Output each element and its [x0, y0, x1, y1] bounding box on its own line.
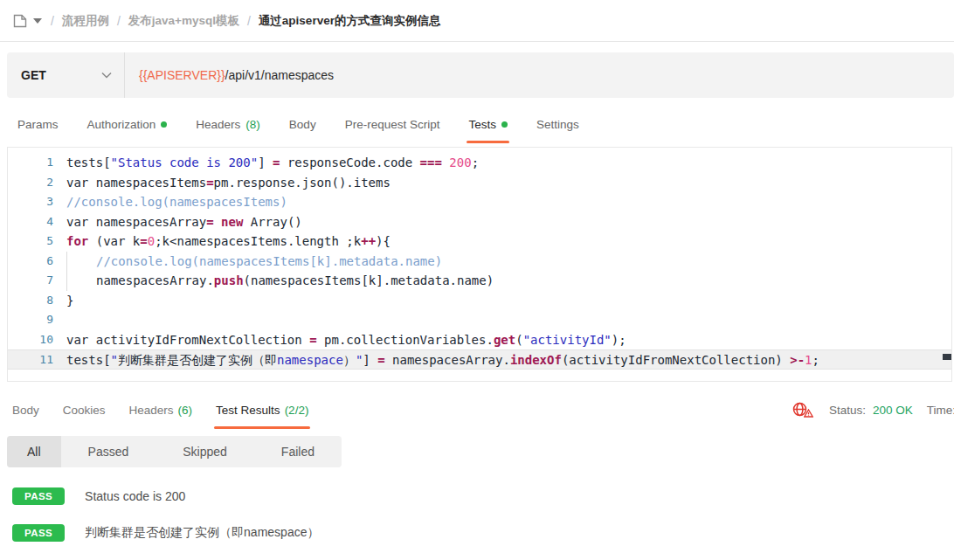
breadcrumb-separator: /	[51, 14, 54, 28]
code-line[interactable]: 6//console.log(namespacesItems[k].metada…	[8, 252, 951, 272]
code-line[interactable]: 10var activityIdFromNextCollection = pm.…	[8, 330, 951, 350]
code-text: }	[59, 291, 73, 311]
code-text: //console.log(namespacesItems[k].metadat…	[59, 252, 442, 272]
line-number: 3	[8, 192, 59, 212]
breadcrumb: /流程用例/发布java+mysql模板/通过apiserver的方式查询实例信…	[51, 13, 440, 29]
url-variable: {{APISERVER}}	[139, 68, 225, 82]
network-error-icon[interactable]	[792, 401, 813, 419]
code-line[interactable]: 2var namespacesItems=pm.response.json().…	[8, 173, 951, 193]
response-tab-test-results[interactable]: Test Results(2/2)	[216, 389, 308, 431]
tab-label: Params	[17, 118, 59, 131]
code-text: tests["判断集群是否创建了实例（即namespace）"] = names…	[59, 350, 819, 369]
code-text: var namespacesArray= new Array()	[59, 212, 302, 232]
code-line[interactable]: 1tests["Status code is 200"] = responseC…	[8, 153, 951, 173]
line-number: 10	[8, 330, 59, 350]
code-line[interactable]: 11tests["判断集群是否创建了实例（即namespace）"] = nam…	[8, 349, 951, 370]
status-label: Status:	[829, 404, 866, 417]
tab-label: Authorization	[87, 118, 156, 131]
breadcrumb-item-apiserver[interactable]: 通过apiserver的方式查询实例信息	[259, 13, 441, 29]
tab-label: Cookies	[63, 404, 106, 417]
code-line[interactable]: 9	[8, 310, 951, 330]
code-lines: 1tests["Status code is 200"] = responseC…	[8, 153, 951, 370]
breadcrumb-item-java-mysql[interactable]: 发布java+mysql模板	[128, 13, 239, 29]
line-number: 5	[8, 232, 59, 252]
url-path: /api/v1/namespaces	[225, 68, 335, 82]
filter-passed[interactable]: Passed	[61, 436, 156, 467]
test-result-row: PASSStatus code is 200	[0, 487, 954, 505]
code-text: tests["Status code is 200"] = responseCo…	[59, 153, 479, 173]
overview-ruler-marker	[943, 354, 951, 360]
test-result-text: 判断集群是否创建了实例（即namespace）	[85, 525, 319, 541]
breadcrumb-separator: /	[117, 14, 121, 28]
line-number: 7	[8, 271, 59, 291]
code-line[interactable]: 4var namespacesArray= new Array()	[8, 212, 951, 232]
time-label: Time:	[927, 404, 954, 417]
result-filter-tabs: AllPassedSkippedFailed	[7, 436, 342, 467]
breadcrumb-separator: /	[247, 14, 251, 28]
tab-count-badge: (2/2)	[285, 404, 309, 417]
request-bar: GET {{APISERVER}}/api/v1/namespaces	[7, 52, 954, 98]
line-number: 4	[8, 212, 59, 232]
green-dot-icon	[161, 121, 167, 128]
tab-label: Body	[12, 404, 39, 417]
url-input[interactable]: {{APISERVER}}/api/v1/namespaces	[125, 68, 334, 82]
tab-tests[interactable]: Tests	[468, 105, 508, 143]
line-number: 8	[8, 291, 59, 311]
tab-label: Headers	[129, 404, 174, 417]
code-line[interactable]: 3//console.log(namespacesItems)	[8, 192, 951, 212]
filter-failed[interactable]: Failed	[254, 436, 342, 467]
tab-label: Headers	[196, 118, 240, 131]
request-file-icon[interactable]	[12, 13, 28, 29]
tab-pre-request-script[interactable]: Pre-request Script	[345, 105, 440, 143]
test-result-text: Status code is 200	[85, 489, 185, 503]
line-number: 2	[8, 173, 59, 193]
tab-count-badge: (6)	[178, 404, 193, 417]
code-line[interactable]: 5for (var k=0;k<namespacesItems.length ;…	[8, 232, 951, 252]
response-tab-cookies[interactable]: Cookies	[63, 389, 106, 431]
pass-badge: PASS	[12, 524, 65, 542]
code-text: var namespacesItems=pm.response.json().i…	[59, 173, 391, 193]
code-text	[59, 310, 66, 330]
line-number: 1	[8, 153, 59, 173]
filter-all[interactable]: All	[7, 436, 61, 467]
response-tabs: BodyCookiesHeaders(6)Test Results(2/2)	[12, 389, 308, 431]
tab-label: Test Results	[216, 404, 280, 417]
tab-label: Tests	[468, 118, 496, 131]
chevron-down-icon	[101, 72, 112, 79]
request-menu-caret-icon[interactable]	[33, 18, 42, 24]
code-text: namespacesArray.push(namespacesItems[k].…	[59, 271, 494, 291]
tab-settings[interactable]: Settings	[536, 105, 579, 143]
response-tab-body[interactable]: Body	[12, 389, 39, 431]
code-line[interactable]: 7namespacesArray.push(namespacesItems[k]…	[8, 271, 951, 291]
code-text: //console.log(namespacesItems)	[59, 192, 287, 212]
code-text: for (var k=0;k<namespacesItems.length ;k…	[59, 232, 391, 252]
code-line[interactable]: 8}	[8, 291, 951, 311]
filter-skipped[interactable]: Skipped	[156, 436, 254, 467]
response-meta: Status: 200 OK Time:	[792, 401, 954, 419]
tab-headers[interactable]: Headers(8)	[196, 105, 260, 143]
request-tabs: ParamsAuthorizationHeaders(8)BodyPre-req…	[17, 105, 954, 143]
tab-authorization[interactable]: Authorization	[87, 105, 168, 143]
status-value: 200 OK	[873, 404, 913, 417]
line-number: 6	[8, 252, 59, 272]
breadcrumb-bar: /流程用例/发布java+mysql模板/通过apiserver的方式查询实例信…	[0, 0, 954, 42]
tab-count-badge: (8)	[245, 118, 260, 131]
tab-params[interactable]: Params	[17, 105, 59, 143]
method-select[interactable]: GET	[7, 68, 124, 82]
tab-body[interactable]: Body	[289, 105, 316, 143]
pass-badge: PASS	[12, 487, 65, 505]
response-header: BodyCookiesHeaders(6)Test Results(2/2) S…	[0, 389, 954, 431]
breadcrumb-item-item[interactable]: 流程用例	[62, 13, 109, 29]
line-number: 11	[8, 350, 59, 369]
green-dot-icon	[501, 121, 508, 128]
tab-label: Body	[289, 118, 316, 131]
indent-guide	[66, 252, 96, 272]
test-result-row: PASS判断集群是否创建了实例（即namespace）	[0, 524, 954, 542]
tests-code-editor[interactable]: 1tests["Status code is 200"] = responseC…	[7, 147, 952, 382]
test-results-list: PASSStatus code is 200PASS判断集群是否创建了实例（即n…	[0, 487, 954, 542]
tab-label: Settings	[536, 118, 579, 131]
method-label: GET	[21, 68, 46, 82]
line-number: 9	[8, 310, 59, 330]
response-tab-headers[interactable]: Headers(6)	[129, 389, 193, 431]
indent-guide	[66, 271, 96, 291]
